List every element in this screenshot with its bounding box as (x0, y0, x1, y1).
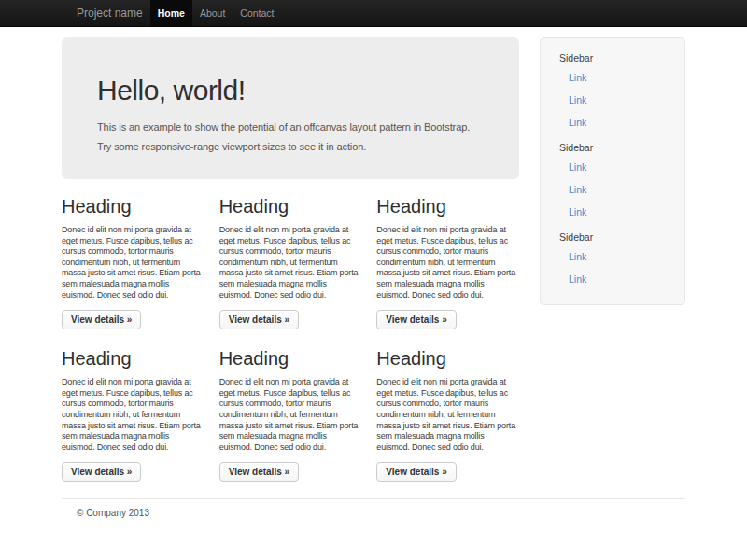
card-heading: Heading (62, 348, 204, 369)
card-heading: Heading (376, 348, 519, 369)
sidebar-link[interactable]: Link (550, 90, 675, 111)
card-heading: Heading (62, 196, 204, 217)
view-details-button[interactable]: View details » (376, 462, 456, 482)
content-row: Hello, world! This is an example to show… (62, 27, 685, 482)
navbar-inner: Project name Home About Contact (62, 0, 685, 26)
content-card-5: Heading Donec id elit non mi porta gravi… (219, 348, 362, 482)
sidebar-link[interactable]: Link (550, 269, 675, 290)
jumbotron-description: This is an example to show the potential… (97, 118, 478, 157)
sidebar-group-header: Sidebar (550, 50, 675, 66)
content-card-6: Heading Donec id elit non mi porta gravi… (376, 348, 519, 482)
card-body-text: Donec id elit non mi porta gravida at eg… (219, 225, 362, 301)
jumbotron: Hello, world! This is an example to show… (62, 37, 519, 179)
sidebar-group-header: Sidebar (550, 230, 675, 245)
sidebar-link[interactable]: Link (550, 246, 675, 268)
card-body-text: Donec id elit non mi porta gravida at eg… (62, 377, 204, 453)
card-heading: Heading (219, 348, 362, 369)
main-content: Hello, world! This is an example to show… (62, 27, 519, 482)
navbar: Project name Home About Contact (0, 0, 747, 27)
nav-item-about[interactable]: About (192, 0, 233, 26)
page-footer: © Company 2013 (62, 498, 685, 546)
card-heading: Heading (376, 196, 519, 217)
page-container: Hello, world! This is an example to show… (62, 27, 685, 546)
content-card-3: Heading Donec id elit non mi porta gravi… (376, 196, 519, 329)
view-details-button[interactable]: View details » (62, 462, 141, 482)
card-body-text: Donec id elit non mi porta gravida at eg… (376, 377, 519, 453)
view-details-button[interactable]: View details » (376, 310, 456, 329)
card-heading: Heading (219, 196, 362, 217)
nav-item-contact[interactable]: Contact (233, 0, 281, 26)
sidebar-group-header: Sidebar (550, 140, 675, 156)
sidebar-link[interactable]: Link (550, 202, 675, 223)
nav-item-home[interactable]: Home (150, 0, 192, 26)
view-details-button[interactable]: View details » (62, 310, 141, 329)
sidebar-group-1: Sidebar Link Link Link (550, 50, 675, 133)
view-details-button[interactable]: View details » (219, 310, 299, 329)
content-card-2: Heading Donec id elit non mi porta gravi… (219, 196, 362, 329)
content-card-4: Heading Donec id elit non mi porta gravi… (62, 348, 204, 482)
view-details-button[interactable]: View details » (219, 462, 299, 482)
card-body-text: Donec id elit non mi porta gravida at eg… (62, 225, 204, 301)
content-card-1: Heading Donec id elit non mi porta gravi… (62, 196, 204, 329)
sidebar-group-2: Sidebar Link Link Link (550, 140, 675, 223)
card-body-text: Donec id elit non mi porta gravida at eg… (376, 225, 519, 301)
page-title: Hello, world! (97, 75, 484, 105)
sidebar-link[interactable]: Link (550, 112, 675, 133)
sidebar-link[interactable]: Link (550, 157, 675, 178)
cards-grid: Heading Donec id elit non mi porta gravi… (62, 196, 519, 482)
footer-divider (62, 498, 685, 499)
sidebar-link[interactable]: Link (550, 179, 675, 201)
main-nav: Home About Contact (150, 0, 282, 26)
card-body-text: Donec id elit non mi porta gravida at eg… (219, 377, 362, 453)
sidebar-group-3: Sidebar Link Link (550, 230, 675, 290)
brand-link[interactable]: Project name (62, 0, 150, 26)
sidebar-link[interactable]: Link (550, 67, 675, 89)
sidebar: Sidebar Link Link Link Sidebar Link Link… (540, 37, 685, 305)
copyright-text: © Company 2013 (62, 508, 685, 518)
